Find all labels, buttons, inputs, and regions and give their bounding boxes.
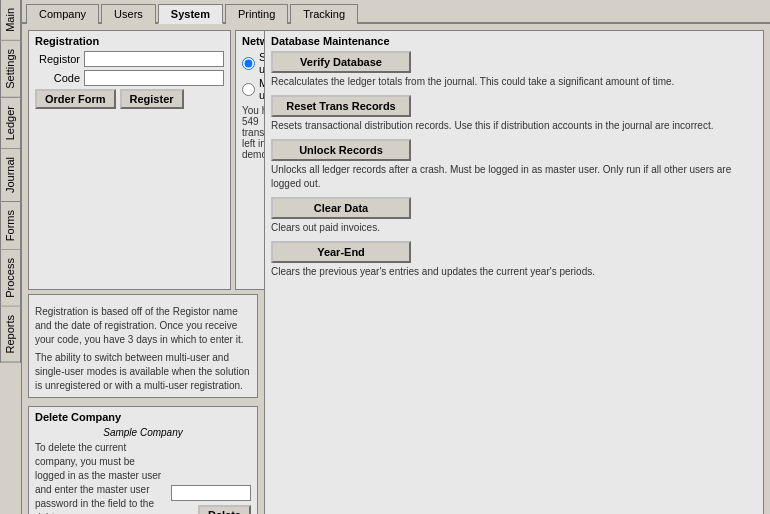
registor-input[interactable] bbox=[84, 51, 224, 67]
code-row: Code bbox=[35, 70, 224, 86]
tab-printing[interactable]: Printing bbox=[225, 4, 288, 24]
sample-company-label: Sample Company bbox=[35, 427, 251, 438]
delete-desc: To delete the current company, you must … bbox=[35, 441, 165, 514]
reg-buttons-row: Order Form Register bbox=[35, 89, 224, 109]
single-user-radio[interactable] bbox=[242, 57, 255, 70]
delete-password-input[interactable] bbox=[171, 485, 251, 501]
database-panel: Database Maintenance Verify Database Rec… bbox=[264, 30, 764, 514]
reg-desc-2: The ability to switch between multi-user… bbox=[35, 351, 251, 393]
delete-button[interactable]: Delete bbox=[198, 505, 251, 514]
sidebar-item-journal[interactable]: Journal bbox=[0, 149, 21, 202]
code-label: Code bbox=[35, 72, 80, 84]
unlock-records-button[interactable]: Unlock Records bbox=[271, 139, 411, 161]
sidebar-item-process[interactable]: Process bbox=[0, 250, 21, 307]
content-area: Company Users System Printing Tracking R… bbox=[22, 0, 770, 514]
left-column: Registration Registor Code Order Form bbox=[28, 30, 258, 514]
top-section: Registration Registor Code Order Form bbox=[28, 30, 764, 514]
year-end-button[interactable]: Year-End bbox=[271, 241, 411, 263]
right-column: Database Maintenance Verify Database Rec… bbox=[264, 30, 764, 514]
tab-system[interactable]: System bbox=[158, 4, 223, 24]
page-body: Registration Registor Code Order Form bbox=[22, 24, 770, 514]
tab-tracking[interactable]: Tracking bbox=[290, 4, 358, 24]
delete-company-title: Delete Company bbox=[35, 411, 251, 423]
multi-user-radio[interactable] bbox=[242, 83, 255, 96]
sidebar-item-ledger[interactable]: Ledger bbox=[0, 98, 21, 149]
sidebar-item-settings[interactable]: Settings bbox=[0, 41, 21, 98]
delete-content: To delete the current company, you must … bbox=[35, 441, 251, 514]
registration-title: Registration bbox=[35, 35, 224, 47]
code-input[interactable] bbox=[84, 70, 224, 86]
registor-row: Registor bbox=[35, 51, 224, 67]
delete-right: Delete bbox=[171, 485, 251, 514]
sidebar-item-reports[interactable]: Reports bbox=[0, 307, 21, 363]
reg-desc-1: Registration is based off of the Registo… bbox=[35, 305, 251, 347]
order-form-button[interactable]: Order Form bbox=[35, 89, 116, 109]
reg-description-panel: Registration is based off of the Registo… bbox=[28, 294, 258, 398]
database-title: Database Maintenance bbox=[271, 35, 757, 47]
verify-database-button[interactable]: Verify Database bbox=[271, 51, 411, 73]
reset-desc: Resets transactional distribution record… bbox=[271, 119, 757, 133]
top-tabs: Company Users System Printing Tracking bbox=[22, 0, 770, 24]
registor-label: Registor bbox=[35, 53, 80, 65]
yearend-desc: Clears the previous year's entries and u… bbox=[271, 265, 757, 279]
tab-company[interactable]: Company bbox=[26, 4, 99, 24]
verify-desc: Recalculates the ledger totals from the … bbox=[271, 75, 757, 89]
tab-users[interactable]: Users bbox=[101, 4, 156, 24]
registration-panel: Registration Registor Code Order Form bbox=[28, 30, 231, 290]
clear-desc: Clears out paid invoices. bbox=[271, 221, 757, 235]
sidebar-item-main[interactable]: Main bbox=[0, 0, 21, 41]
left-tabs: Main Settings Ledger Journal Forms Proce… bbox=[0, 0, 22, 514]
reset-trans-records-button[interactable]: Reset Trans Records bbox=[271, 95, 411, 117]
clear-data-button[interactable]: Clear Data bbox=[271, 197, 411, 219]
register-button[interactable]: Register bbox=[120, 89, 184, 109]
sidebar-item-forms[interactable]: Forms bbox=[0, 202, 21, 250]
unlock-desc: Unlocks all ledger records after a crash… bbox=[271, 163, 757, 191]
delete-company-panel: Delete Company Sample Company To delete … bbox=[28, 406, 258, 514]
